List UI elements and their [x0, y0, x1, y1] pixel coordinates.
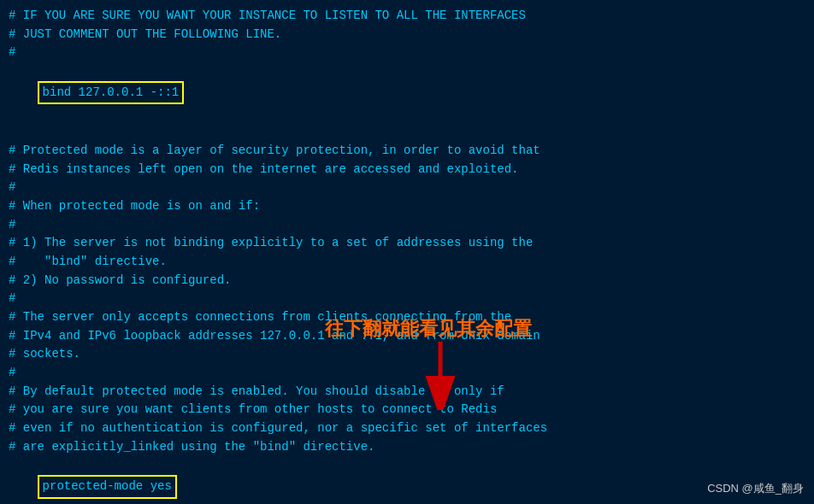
code-line-18: # [9, 364, 805, 383]
code-line-5 [9, 123, 805, 142]
code-line-19: # By default protected mode is enabled. … [9, 383, 805, 401]
code-line-11: # 1) The server is not binding explicitl… [9, 234, 805, 253]
code-line-9: # When protected mode is on and if: [9, 197, 805, 216]
terminal-window: # IF YOU ARE SURE YOU WANT YOUR INSTANCE… [0, 0, 814, 504]
annotation-text: 往下翻就能看见其余配置 [325, 314, 532, 343]
code-line-3: # [9, 44, 805, 62]
code-line-20: # you are sure you want clients from oth… [9, 401, 805, 419]
code-line-22: # are explicitly_linked using the "bind"… [9, 438, 805, 457]
protected-mode-highlight-box: protected-mode yes [38, 475, 177, 499]
bind-highlight-box: bind 127.0.0.1 -::1 [38, 81, 185, 105]
code-line-4: bind 127.0.0.1 -::1 [9, 62, 805, 123]
code-line-17: # sockets. [9, 345, 805, 364]
watermark: CSDN @咸鱼_翻身 [707, 480, 804, 497]
code-line-14: # [9, 290, 805, 308]
code-line-8: # [9, 179, 805, 197]
code-line-13: # 2) No password is configured. [9, 272, 805, 290]
arrow-icon [419, 342, 462, 410]
code-line-2: # JUST COMMENT OUT THE FOLLOWING LINE. [9, 26, 805, 44]
code-line-21: # even if no authentication is configure… [9, 419, 805, 438]
code-line-7: # Redis instances left open on the inter… [9, 161, 805, 179]
code-line-6: # Protected mode is a layer of security … [9, 142, 805, 161]
code-line-10: # [9, 216, 805, 235]
code-line-23: protected-mode yes [9, 457, 805, 505]
code-line-12: # "bind" directive. [9, 253, 805, 272]
code-line-1: # IF YOU ARE SURE YOU WANT YOUR INSTANCE… [9, 7, 805, 26]
